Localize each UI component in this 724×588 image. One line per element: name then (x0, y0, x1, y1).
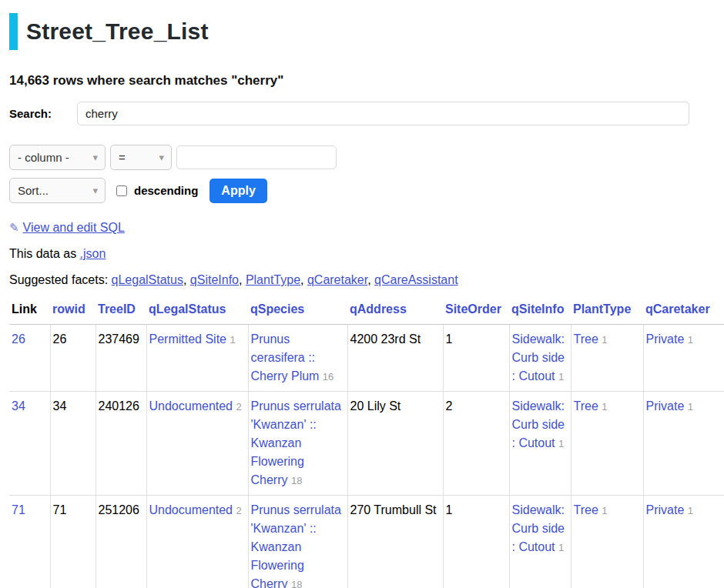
site-order-value: 1 (446, 332, 453, 346)
col-header-qsiteinfo[interactable]: qSiteInfo (511, 302, 564, 316)
site-order-value: 2 (446, 399, 453, 413)
legal-status-link[interactable]: Permitted Site (149, 332, 226, 346)
filter-row: - column - = (9, 145, 724, 170)
col-header-rowid[interactable]: rowid (52, 302, 85, 316)
data-as-label: This data as (9, 247, 76, 260)
rowid-value: 26 (53, 332, 67, 346)
facet-count: 1 (602, 401, 607, 413)
col-header-qlegalstatus[interactable]: qLegalStatus (149, 302, 226, 316)
caretaker-link[interactable]: Private (646, 503, 685, 516)
facet-count: 1 (558, 542, 564, 553)
row-link[interactable]: 71 (12, 503, 25, 516)
facet-link-qcareassistant[interactable]: qCareAssistant (374, 273, 458, 286)
legal-status-link[interactable]: Undocumented (149, 399, 233, 413)
plant-type-link[interactable]: Tree (574, 503, 598, 516)
facet-count: 1 (602, 334, 607, 346)
treeid-value: 251206 (99, 503, 139, 516)
filter-value-input[interactable] (176, 145, 337, 169)
facet-item: qSiteInfo (190, 273, 246, 286)
apply-button[interactable]: Apply (209, 179, 266, 203)
facet-item: qLegalStatus (112, 273, 190, 286)
facet-item: PlantType (246, 273, 307, 286)
search-label: Search: (9, 107, 77, 120)
search-form: Search: (9, 102, 689, 125)
facet-item: qCareAssistant (374, 273, 458, 286)
sql-line: ✎View and edit SQL (9, 221, 724, 235)
accent-bar (9, 13, 18, 50)
facet-count: 1 (230, 334, 235, 346)
operator-select[interactable]: = (110, 145, 172, 170)
treeid-value: 237469 (99, 332, 139, 346)
results-table: Link rowid TreeID qLegalStatus qSpecies … (9, 299, 724, 588)
row-count-summary: 14,663 rows where search matches "cherry… (9, 73, 724, 89)
table-header-row: Link rowid TreeID qLegalStatus qSpecies … (9, 299, 724, 325)
plant-type-link[interactable]: Tree (574, 399, 598, 413)
facet-count: 18 (291, 475, 302, 486)
json-link[interactable]: .json (80, 247, 106, 260)
facet-count: 1 (558, 438, 564, 449)
sort-select[interactable]: Sort... (9, 178, 106, 203)
sort-select-wrap: Sort... (9, 178, 106, 203)
facet-item: qCaretaker (307, 273, 374, 286)
row-link[interactable]: 34 (12, 399, 25, 413)
facet-count: 16 (323, 371, 334, 383)
col-header-treeid[interactable]: TreeID (98, 302, 136, 316)
address-value: 20 Lily St (350, 399, 401, 413)
data-export-line: This data as .json (9, 247, 724, 261)
descending-checkbox[interactable] (116, 185, 127, 196)
row-link[interactable]: 26 (12, 332, 25, 346)
address-value: 270 Trumbull St (350, 503, 437, 516)
col-header-qspecies[interactable]: qSpecies (250, 302, 304, 316)
site-info-link[interactable]: Sidewalk: Curb side : Cutout (512, 503, 565, 553)
caretaker-link[interactable]: Private (646, 399, 685, 413)
facet-link-qcaretaker[interactable]: qCaretaker (307, 273, 367, 286)
rowid-value: 71 (53, 503, 67, 516)
table-row: 34 34 240126 Undocumented 2 Prunus serru… (9, 392, 724, 496)
species-link[interactable]: Prunus serrulata 'Kwanzan' :: Kwanzan Fl… (251, 399, 341, 486)
facet-link-qsiteinfo[interactable]: qSiteInfo (190, 273, 239, 286)
facet-count: 1 (688, 401, 693, 413)
page: Street_Tree_List 14,663 rows where searc… (0, 0, 724, 588)
facet-count: 18 (291, 579, 302, 588)
sort-row: Sort... descending Apply (9, 178, 724, 203)
facets-label: Suggested facets: (9, 273, 108, 286)
facet-count: 2 (236, 505, 241, 516)
facet-count: 1 (558, 371, 564, 383)
species-link[interactable]: Prunus cerasifera :: Cherry Plum (251, 332, 320, 383)
suggested-facets-line: Suggested facets: qLegalStatus qSiteInfo… (9, 273, 724, 287)
plant-type-link[interactable]: Tree (574, 332, 598, 346)
column-select[interactable]: - column - (9, 145, 106, 170)
legal-status-link[interactable]: Undocumented (149, 503, 233, 516)
site-info-link[interactable]: Sidewalk: Curb side : Cutout (512, 332, 565, 383)
col-header-siteorder[interactable]: SiteOrder (445, 302, 501, 316)
facet-link-planttype[interactable]: PlantType (246, 273, 300, 286)
operator-select-wrap: = (110, 145, 172, 170)
search-input[interactable] (77, 102, 689, 125)
facet-count: 2 (236, 401, 241, 413)
column-select-wrap: - column - (9, 145, 106, 170)
page-header: Street_Tree_List (9, 13, 724, 50)
rowid-value: 34 (53, 399, 67, 413)
facet-count: 1 (688, 505, 693, 516)
col-header-qcaretaker[interactable]: qCaretaker (645, 302, 710, 316)
site-order-value: 1 (446, 503, 453, 516)
pencil-icon: ✎ (9, 221, 19, 234)
col-header-planttype[interactable]: PlantType (573, 302, 631, 316)
treeid-value: 240126 (99, 399, 139, 413)
caretaker-link[interactable]: Private (646, 332, 685, 346)
col-header-link: Link (9, 299, 50, 325)
page-title: Street_Tree_List (26, 18, 209, 45)
facet-count: 1 (602, 505, 607, 516)
col-header-qaddress[interactable]: qAddress (350, 302, 407, 316)
table-row: 26 26 237469 Permitted Site 1 Prunus cer… (9, 325, 724, 392)
facet-count: 1 (688, 334, 693, 346)
facet-link-qlegalstatus[interactable]: qLegalStatus (112, 273, 183, 286)
site-info-link[interactable]: Sidewalk: Curb side : Cutout (512, 399, 565, 449)
table-row: 71 71 251206 Undocumented 2 Prunus serru… (9, 496, 724, 588)
descending-label: descending (134, 184, 198, 197)
view-edit-sql-link[interactable]: View and edit SQL (23, 221, 125, 234)
species-link[interactable]: Prunus serrulata 'Kwanzan' :: Kwanzan Fl… (251, 503, 341, 588)
address-value: 4200 23rd St (350, 332, 421, 346)
